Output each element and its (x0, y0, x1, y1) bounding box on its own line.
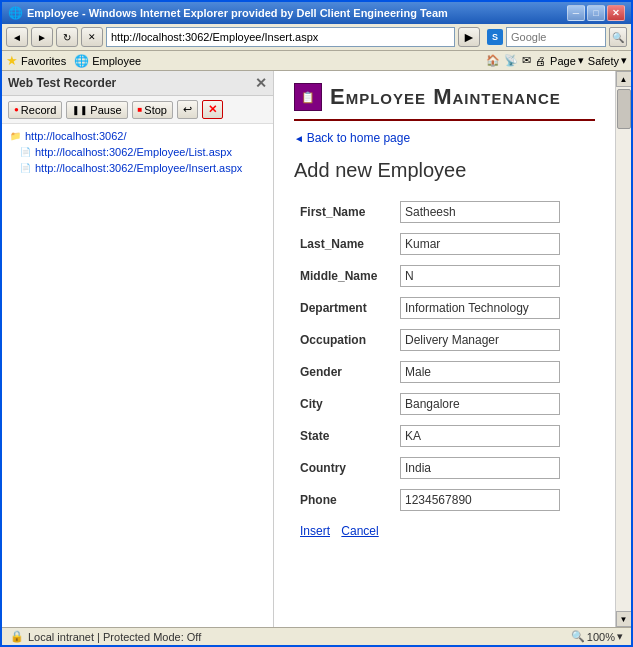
search-input[interactable] (506, 27, 606, 47)
first-name-input[interactable] (400, 201, 560, 223)
breadcrumb[interactable]: Back to home page (294, 131, 595, 145)
security-icon: 🔒 (10, 630, 24, 643)
label-department: Department (294, 292, 394, 324)
insert-link[interactable]: Insert (300, 524, 330, 538)
tree-leaf-icon: 📄 (20, 147, 31, 157)
scroll-up-button[interactable]: ▲ (616, 71, 632, 87)
label-gender: Gender (294, 356, 394, 388)
record-label: Record (21, 104, 56, 116)
input-cell-occupation (394, 324, 595, 356)
address-input[interactable] (106, 27, 455, 47)
back-list-button[interactable]: ↩ (177, 100, 198, 119)
label-middle-name: Middle_Name (294, 260, 394, 292)
label-state: State (294, 420, 394, 452)
phone-input[interactable] (400, 489, 560, 511)
safety-button[interactable]: Safety▾ (588, 54, 627, 67)
last-name-input[interactable] (400, 233, 560, 255)
sidebar-close-button[interactable]: ✕ (255, 75, 267, 91)
main-area: Web Test Recorder ✕ ● Record ❚❚ Pause ■ … (2, 71, 631, 627)
record-button[interactable]: ● Record (8, 101, 62, 119)
minimize-button[interactable]: ─ (567, 5, 585, 21)
form-row-city: City (294, 388, 595, 420)
safety-label: Safety (588, 55, 619, 67)
sidebar-tree: 📁 http://localhost:3062/ 📄 http://localh… (2, 124, 273, 627)
label-occupation: Occupation (294, 324, 394, 356)
tab-label: Employee (92, 55, 141, 67)
label-first-name: First_Name (294, 196, 394, 228)
form-row-middle-name: Middle_Name (294, 260, 595, 292)
occupation-input[interactable] (400, 329, 560, 351)
go-button[interactable]: ► (458, 27, 480, 47)
label-phone: Phone (294, 484, 394, 516)
web-test-recorder-panel: Web Test Recorder ✕ ● Record ❚❚ Pause ■ … (2, 71, 274, 627)
country-input[interactable] (400, 457, 560, 479)
stop-button[interactable]: ■ Stop (132, 101, 173, 119)
page-label: Page (550, 55, 576, 67)
search-button[interactable]: 🔍 (609, 27, 627, 47)
city-input[interactable] (400, 393, 560, 415)
state-input[interactable] (400, 425, 560, 447)
zoom-button[interactable]: 🔍 100% ▾ (571, 630, 623, 643)
zoom-level: 100% (587, 631, 615, 643)
input-cell-last-name (394, 228, 595, 260)
gender-input[interactable] (400, 361, 560, 383)
content-area: 📋 Employee Maintenance Back to home page… (274, 71, 615, 627)
tree-item-label: http://localhost:3062/Employee/Insert.as… (35, 162, 242, 174)
form-row-department: Department (294, 292, 595, 324)
zoom-chevron-icon: ▾ (617, 630, 623, 643)
clear-button[interactable]: ✕ (202, 100, 223, 119)
sidebar-header: Web Test Recorder ✕ (2, 71, 273, 96)
feeds-button[interactable]: 📡 (504, 54, 518, 67)
tree-item-list[interactable]: 📄 http://localhost:3062/Employee/List.as… (6, 144, 269, 160)
search-provider-icon: S (487, 29, 503, 45)
page-button[interactable]: Page▾ (550, 54, 584, 67)
tree-expand-icon: 📁 (10, 131, 21, 141)
tab-employee[interactable]: 🌐 Employee (74, 54, 141, 68)
department-input[interactable] (400, 297, 560, 319)
input-cell-state (394, 420, 595, 452)
window-controls: ─ □ ✕ (567, 5, 625, 21)
refresh-button[interactable]: ↻ (56, 27, 78, 47)
browser-window: 🌐 Employee - Windows Internet Explorer p… (0, 0, 633, 647)
status-bar: 🔒 Local intranet | Protected Mode: Off 🔍… (2, 627, 631, 645)
employee-form: First_Name Last_Name Middle_Name Departm… (294, 196, 595, 516)
maximize-button[interactable]: □ (587, 5, 605, 21)
tree-item-insert[interactable]: 📄 http://localhost:3062/Employee/Insert.… (6, 160, 269, 176)
label-last-name: Last_Name (294, 228, 394, 260)
ie-icon: 🌐 (74, 54, 89, 68)
status-right: 🔍 100% ▾ (571, 630, 623, 643)
page-title: Employee Maintenance (330, 84, 561, 110)
scroll-track-area (616, 87, 631, 611)
input-cell-middle-name (394, 260, 595, 292)
label-country: Country (294, 452, 394, 484)
print-button[interactable]: 🖨 (535, 55, 546, 67)
favorites-button[interactable]: ★ Favorites (6, 53, 66, 68)
input-cell-first-name (394, 196, 595, 228)
back-list-icon: ↩ (183, 103, 192, 116)
title-bar: 🌐 Employee - Windows Internet Explorer p… (2, 2, 631, 24)
star-icon: ★ (6, 53, 18, 68)
tree-item-root[interactable]: 📁 http://localhost:3062/ (6, 128, 269, 144)
stop-icon: ■ (138, 105, 143, 114)
input-cell-gender (394, 356, 595, 388)
input-cell-country (394, 452, 595, 484)
cancel-link[interactable]: Cancel (341, 524, 378, 538)
mail-button[interactable]: ✉ (522, 54, 531, 67)
sidebar-toolbar: ● Record ❚❚ Pause ■ Stop ↩ ✕ (2, 96, 273, 124)
middle-name-input[interactable] (400, 265, 560, 287)
label-city: City (294, 388, 394, 420)
home-button[interactable]: 🏠 (486, 54, 500, 67)
pause-button[interactable]: ❚❚ Pause (66, 101, 127, 119)
favorites-label: Favorites (21, 55, 66, 67)
form-row-gender: Gender (294, 356, 595, 388)
back-button[interactable]: ◄ (6, 27, 28, 47)
scroll-thumb[interactable] (617, 89, 631, 129)
form-row-phone: Phone (294, 484, 595, 516)
stop-button[interactable]: ✕ (81, 27, 103, 47)
close-button[interactable]: ✕ (607, 5, 625, 21)
content-wrapper: 📋 Employee Maintenance Back to home page… (274, 71, 631, 627)
forward-button[interactable]: ► (31, 27, 53, 47)
scroll-down-button[interactable]: ▼ (616, 611, 632, 627)
address-bar: ◄ ► ↻ ✕ ► S 🔍 (2, 24, 631, 51)
form-row-first-name: First_Name (294, 196, 595, 228)
